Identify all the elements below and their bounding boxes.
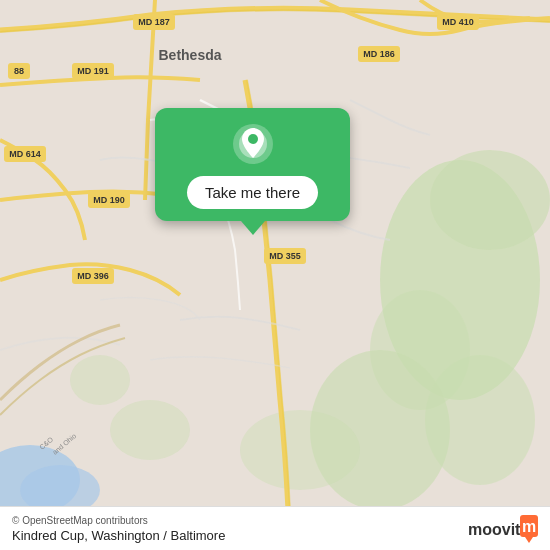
svg-point-5: [425, 355, 535, 485]
bottom-bar: © OpenStreetMap contributors Kindred Cup…: [0, 506, 550, 550]
popup-card: Take me there: [155, 108, 350, 221]
svg-text:moovit: moovit: [468, 521, 521, 538]
map-attribution: © OpenStreetMap contributors: [12, 515, 225, 526]
svg-text:MD 614: MD 614: [9, 149, 41, 159]
svg-point-2: [430, 150, 550, 250]
svg-point-7: [240, 410, 360, 490]
moovit-logo: moovit m: [468, 515, 538, 543]
svg-point-6: [110, 400, 190, 460]
map-container: MD 187 MD 410 88 MD 191 MD 186 MD 614 MD…: [0, 0, 550, 550]
moovit-logo-svg: moovit m: [468, 515, 538, 543]
svg-text:MD 396: MD 396: [77, 271, 109, 281]
take-me-there-button[interactable]: Take me there: [187, 176, 318, 209]
svg-text:MD 190: MD 190: [93, 195, 125, 205]
svg-text:MD 186: MD 186: [363, 49, 395, 59]
svg-text:88: 88: [14, 66, 24, 76]
svg-point-34: [248, 134, 258, 144]
svg-point-8: [70, 355, 130, 405]
svg-text:MD 410: MD 410: [442, 17, 474, 27]
location-pin-icon: [231, 122, 275, 166]
location-label: Kindred Cup, Washington / Baltimore: [12, 528, 225, 543]
svg-text:MD 355: MD 355: [269, 251, 301, 261]
map-background: MD 187 MD 410 88 MD 191 MD 186 MD 614 MD…: [0, 0, 550, 550]
svg-text:Bethesda: Bethesda: [158, 47, 221, 63]
popup-tail: [241, 221, 265, 235]
svg-text:MD 191: MD 191: [77, 66, 109, 76]
svg-text:MD 187: MD 187: [138, 17, 170, 27]
svg-text:m: m: [522, 518, 536, 535]
